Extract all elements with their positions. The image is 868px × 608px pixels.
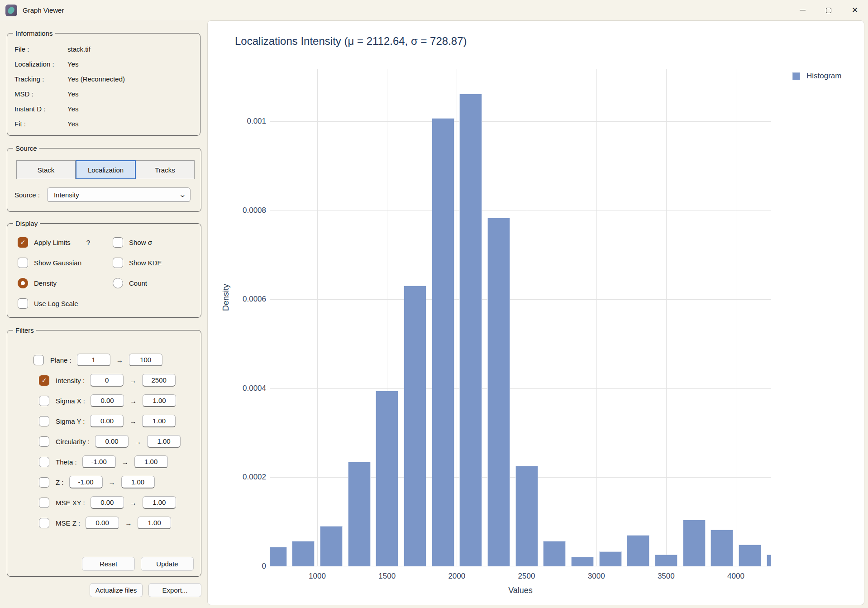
histogram-legend-swatch [792, 72, 800, 80]
y-tick-label-0: 0 [216, 561, 266, 571]
source-group: Source StackLocalizationTracks Source : … [7, 148, 201, 212]
label-apply-limits[interactable]: Apply Limits [34, 239, 71, 246]
minimize-button[interactable] [789, 0, 816, 20]
checkbox-show-gaussian[interactable] [18, 258, 28, 268]
filter-row-mse-z: MSE Z :→ [7, 517, 201, 529]
filter-min-input-theta[interactable] [82, 455, 116, 468]
source-tab-tracks[interactable]: Tracks [136, 160, 195, 179]
window-controls: ✕ [789, 0, 868, 20]
close-icon: ✕ [852, 6, 858, 14]
filter-checkbox-intensity[interactable]: ✓ [39, 375, 49, 386]
filter-min-input-intensity[interactable] [90, 374, 124, 387]
chart-panel: Localizations Intensity (μ = 2112.64, σ … [207, 20, 864, 605]
filter-checkbox-z[interactable] [39, 477, 49, 488]
filter-checkbox-sigma-x[interactable] [39, 396, 49, 406]
label-show-kde[interactable]: Show KDE [129, 259, 162, 267]
filter-min-input-sigma-x[interactable] [91, 394, 124, 407]
export-button[interactable]: Export... [148, 583, 201, 597]
filter-max-input-mse-z[interactable] [138, 517, 171, 529]
label-density[interactable]: Density [34, 279, 57, 287]
maximize-button[interactable] [816, 0, 842, 20]
filter-max-input-mse-xy[interactable] [143, 496, 176, 509]
checkbox-use-log-scale[interactable] [18, 298, 28, 309]
gridline-x-2000 [457, 69, 457, 566]
histogram-bar-3700 [683, 520, 706, 566]
filter-label-intensity[interactable]: Intensity : [56, 377, 85, 384]
filter-max-input-theta[interactable] [134, 455, 168, 468]
y-tick-label-0-0004: 0.0004 [216, 383, 266, 393]
filter-checkbox-mse-xy[interactable] [39, 498, 49, 508]
filter-checkbox-circularity[interactable] [39, 436, 49, 447]
filter-label-sigma-x[interactable]: Sigma X : [56, 397, 85, 405]
info-value-instant-d: Yes [67, 105, 78, 116]
actualize-files-button[interactable]: Actualize files [90, 583, 143, 597]
filter-max-input-plane[interactable] [129, 354, 162, 366]
chevron-down-icon: ⌄ [179, 191, 187, 199]
filter-label-sigma-y[interactable]: Sigma Y : [56, 417, 85, 425]
arrow-right-icon: → [125, 519, 132, 527]
arrow-right-icon: → [109, 479, 115, 486]
filter-label-mse-z[interactable]: MSE Z : [56, 519, 80, 527]
filters-group: Filters Plane :→✓Intensity :→Sigma X :→S… [7, 330, 201, 577]
checkbox-show-kde[interactable] [113, 258, 123, 268]
radio-count[interactable] [113, 278, 123, 288]
filter-checkbox-theta[interactable] [39, 457, 49, 467]
filter-checkbox-sigma-y[interactable] [39, 416, 49, 426]
filter-row-theta: Theta :→ [7, 455, 201, 468]
y-tick-label-0-0006: 0.0006 [216, 294, 266, 304]
display-group-title: Display [13, 219, 40, 228]
filter-max-input-sigma-x[interactable] [143, 394, 176, 407]
histogram-bar-900 [292, 541, 315, 566]
filter-label-plane[interactable]: Plane : [50, 356, 72, 364]
source-dropdown[interactable]: Intensity ⌄ [47, 187, 191, 202]
info-value-msd: Yes [67, 90, 78, 101]
info-label-localization: Localization : [14, 60, 67, 71]
histogram-bar-2300 [487, 218, 510, 566]
filter-min-input-mse-xy[interactable] [91, 496, 124, 509]
filter-min-input-circularity[interactable] [95, 435, 129, 448]
update-button[interactable]: Update [141, 557, 194, 571]
arrow-right-icon: → [122, 458, 129, 466]
checkbox-show[interactable] [113, 237, 123, 248]
x-tick-label-1000: 1000 [297, 572, 338, 581]
filter-min-input-plane[interactable] [77, 354, 110, 366]
sidebar: Informations File :stack.tifLocalization… [4, 20, 206, 608]
label-count[interactable]: Count [129, 279, 147, 287]
source-dropdown-value: Intensity [54, 191, 79, 199]
label-show-gaussian[interactable]: Show Gaussian [34, 259, 81, 267]
filter-checkbox-plane[interactable] [33, 355, 44, 365]
source-tab-localization[interactable]: Localization [76, 160, 136, 179]
histogram-plot [270, 69, 771, 566]
source-tab-stack[interactable]: Stack [16, 160, 76, 179]
filter-label-z[interactable]: Z : [56, 479, 64, 486]
gridline-y-0.0006 [270, 299, 771, 300]
histogram-bar-2500 [515, 466, 538, 566]
filter-max-input-circularity[interactable] [147, 435, 181, 448]
filter-max-input-intensity[interactable] [142, 374, 176, 387]
y-tick-label-0-0002: 0.0002 [216, 472, 266, 482]
filter-checkbox-mse-z[interactable] [39, 518, 49, 528]
label-show[interactable]: Show σ [129, 239, 152, 246]
histogram-bar-3100 [599, 551, 622, 566]
gridline-y-0.001 [270, 121, 771, 122]
filter-min-input-sigma-y[interactable] [90, 415, 124, 427]
info-label-msd: MSD : [14, 90, 67, 101]
checkbox-apply-limits[interactable]: ✓ [18, 237, 28, 248]
filter-row-sigma-y: Sigma Y :→ [7, 415, 201, 427]
reset-button[interactable]: Reset [82, 557, 135, 571]
histogram-bar-4100 [739, 545, 761, 566]
filter-min-input-z[interactable] [69, 476, 103, 488]
filter-max-input-z[interactable] [121, 476, 155, 488]
informations-group: Informations File :stack.tifLocalization… [7, 33, 200, 136]
filter-row-z: Z :→ [7, 476, 201, 488]
info-value-fit: Yes [67, 120, 78, 131]
filter-min-input-mse-z[interactable] [86, 517, 119, 529]
close-button[interactable]: ✕ [842, 0, 868, 20]
filter-max-input-sigma-y[interactable] [142, 415, 176, 427]
radio-density[interactable] [18, 278, 28, 288]
filter-label-theta[interactable]: Theta : [56, 458, 77, 466]
filter-label-mse-xy[interactable]: MSE XY : [56, 499, 85, 507]
label-use-log-scale[interactable]: Use Log Scale [34, 300, 78, 307]
filter-label-circularity[interactable]: Circularity : [56, 438, 90, 445]
histogram-bar-1700 [404, 286, 426, 566]
